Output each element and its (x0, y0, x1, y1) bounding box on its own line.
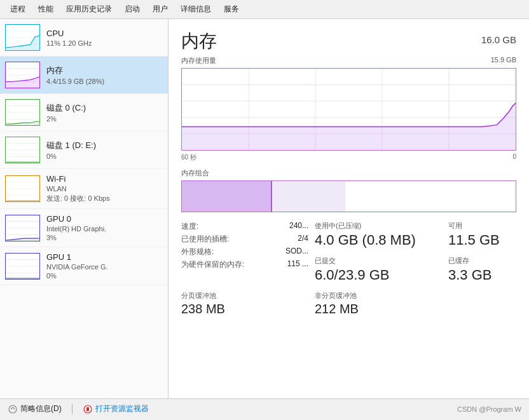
speed-value: 240... (289, 221, 308, 232)
svg-rect-36 (86, 407, 89, 411)
monitor-button[interactable]: 打开资源监视器 (83, 403, 149, 414)
composition-label: 内存组合 (181, 168, 516, 178)
watermark: CSDN @Program W (457, 405, 521, 413)
disk1-preview (5, 137, 40, 163)
menu-bar: 进程 性能 应用历史记录 启动 用户 详细信息 服务 (0, 0, 529, 19)
gpu1-preview (5, 253, 40, 280)
disk0-subtitle: 2% (46, 115, 161, 123)
summary-icon (8, 404, 18, 414)
composition-bar (181, 180, 516, 212)
disk1-subtitle: 0% (46, 152, 161, 160)
cpu-preview: .gridline { stroke: #d0eef8; stroke-widt… (5, 24, 40, 51)
cached-value: 3.3 GB (448, 267, 516, 283)
disk1-title: 磁盘 1 (D: E:) (46, 140, 161, 151)
time-labels: 60 秒 0 (181, 153, 516, 162)
stats-grid: 使用中(已压缩) 4.0 GB (0.8 MB) 可用 11.5 GB 速度: … (181, 221, 516, 316)
bottom-divider (72, 404, 72, 414)
gpu1-title: GPU 1 (46, 252, 161, 262)
content-header: 内存 16.0 GB (181, 29, 516, 53)
menu-item-services[interactable]: 服务 (219, 3, 244, 16)
paged-pool-value: 238 MB (181, 302, 308, 316)
gpu0-preview (5, 215, 40, 241)
bottom-left: 简略信息(D) 打开资源监视器 (8, 403, 149, 414)
slots-value: 2/4 (298, 234, 308, 245)
content-title: 内存 (181, 29, 217, 53)
cached-label: 已缓存 (448, 256, 516, 266)
monitor-icon (83, 404, 93, 414)
disk0-title: 磁盘 0 (C:) (46, 102, 161, 114)
wifi-info: Wi-Fi WLAN 发送: 0 接收: 0 Kbps (46, 174, 161, 203)
time-left: 60 秒 (181, 153, 196, 162)
comp-free (345, 181, 516, 212)
slots-label: 已使用的插槽: (181, 234, 229, 245)
sidebar-item-disk0[interactable]: 磁盘 0 (C:) 2% (0, 94, 168, 132)
menu-item-process[interactable]: 进程 (5, 3, 31, 16)
stat-committed: 已提交 6.0/23.9 GB (315, 256, 442, 283)
stat-in-use: 使用中(已压缩) 4.0 GB (0.8 MB) (315, 221, 442, 248)
wifi-subtitle2: 发送: 0 接收: 0 Kbps (46, 194, 161, 203)
stat-reserved-row: 为硬件保留的内存: 115 ... (181, 259, 308, 270)
mem-preview (5, 62, 40, 88)
committed-label: 已提交 (315, 256, 442, 266)
gpu0-info: GPU 0 Intel(R) HD Graphi. 3% (46, 214, 161, 241)
menu-item-details[interactable]: 详细信息 (175, 3, 216, 16)
usage-value: 15.9 GB (491, 56, 516, 65)
gpu1-subtitle: NVIDIA GeForce G. (46, 263, 161, 271)
monitor-label: 打开资源监视器 (95, 403, 149, 414)
committed-value: 6.0/23.9 GB (315, 267, 442, 283)
in-use-value: 4.0 GB (0.8 MB) (315, 232, 442, 248)
menu-item-startup[interactable]: 启动 (120, 3, 145, 16)
svg-marker-11 (6, 121, 39, 125)
sidebar-item-memory[interactable]: 内存 4.4/15.9 GB (28%) (0, 57, 168, 94)
in-use-label: 使用中(已压缩) (315, 221, 442, 231)
main-container: .gridline { stroke: #d0eef8; stroke-widt… (0, 19, 529, 398)
nonpaged-pool-label: 非分页缓冲池 (315, 291, 442, 301)
cpu-subtitle: 11% 1.20 GHz (46, 39, 161, 47)
mem-info: 内存 4.4/15.9 GB (28%) (46, 65, 161, 85)
menu-item-app-history[interactable]: 应用历史记录 (61, 3, 117, 16)
disk1-info: 磁盘 1 (D: E:) 0% (46, 140, 161, 160)
sidebar: .gridline { stroke: #d0eef8; stroke-widt… (0, 19, 168, 398)
paged-pool-label: 分页缓冲池 (181, 291, 308, 301)
gpu0-subtitle2: 3% (46, 234, 161, 241)
content-total: 16.0 GB (481, 34, 516, 45)
mem-subtitle: 4.4/15.9 GB (28%) (46, 78, 161, 85)
wifi-preview (5, 175, 40, 202)
bottom-bar: 简略信息(D) 打开资源监视器 CSDN @Program W (0, 398, 529, 419)
gpu1-subtitle2: 0% (46, 272, 161, 280)
summary-button[interactable]: 简略信息(D) (8, 403, 62, 414)
gpu0-title: GPU 0 (46, 214, 161, 224)
stat-cached: 已缓存 3.3 GB (448, 256, 516, 283)
stat-paged-pool: 分页缓冲池 238 MB (181, 291, 308, 316)
memory-graph (181, 68, 516, 151)
reserved-label: 为硬件保留的内存: (181, 259, 244, 270)
cpu-info: CPU 11% 1.20 GHz (46, 29, 161, 47)
nonpaged-pool-value: 212 MB (315, 302, 442, 316)
gpu0-subtitle: Intel(R) HD Graphi. (46, 225, 161, 233)
available-value: 11.5 GB (448, 232, 516, 248)
stat-slots-row: 已使用的插槽: 2/4 (181, 234, 308, 245)
sidebar-item-wifi[interactable]: Wi-Fi WLAN 发送: 0 接收: 0 Kbps (0, 169, 168, 209)
gpu1-info: GPU 1 NVIDIA GeForce G. 0% (46, 252, 161, 280)
stat-nonpaged-pool: 非分页缓冲池 212 MB (315, 291, 442, 316)
disk0-preview (5, 99, 40, 126)
menu-item-users[interactable]: 用户 (148, 3, 173, 16)
sidebar-item-disk1[interactable]: 磁盘 1 (D: E:) 0% (0, 132, 168, 169)
available-label: 可用 (448, 221, 516, 231)
stat-speed-row: 速度: 240... (181, 221, 308, 232)
content-panel: 内存 16.0 GB 内存使用量 15.9 GB (168, 19, 529, 398)
disk0-info: 磁盘 0 (C:) 2% (46, 102, 161, 123)
right-stats: 速度: 240... 已使用的插槽: 2/4 外形规格: SOD... 为硬件保… (181, 221, 308, 283)
menu-item-performance[interactable]: 性能 (33, 3, 58, 16)
wifi-title: Wi-Fi (46, 174, 161, 184)
comp-standby (272, 181, 346, 212)
sidebar-item-gpu0[interactable]: GPU 0 Intel(R) HD Graphi. 3% (0, 209, 168, 247)
sidebar-item-gpu1[interactable]: GPU 1 NVIDIA GeForce G. 0% (0, 247, 168, 285)
usage-label-row: 内存使用量 15.9 GB (181, 56, 516, 65)
comp-used (182, 181, 272, 212)
sidebar-item-cpu[interactable]: .gridline { stroke: #d0eef8; stroke-widt… (0, 19, 168, 57)
summary-label: 简略信息(D) (20, 403, 62, 414)
stat-available: 可用 11.5 GB (448, 221, 516, 248)
time-right: 0 (512, 153, 516, 162)
usage-label: 内存使用量 (181, 56, 216, 65)
